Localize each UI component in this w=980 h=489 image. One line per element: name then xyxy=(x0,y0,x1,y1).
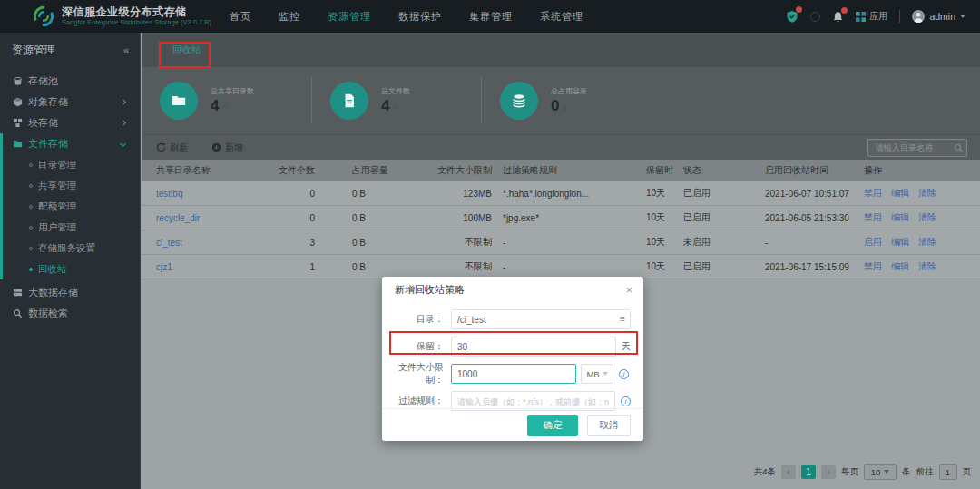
bullet-icon xyxy=(29,163,33,167)
database-icon xyxy=(500,82,538,120)
directory-field-row: 目录： ≡ xyxy=(395,309,631,329)
refresh-button[interactable]: 刷新 xyxy=(156,142,188,154)
add-recycle-policy-dialog: 新增回收站策略 × 目录： ≡ 保留： 天 文件大小限制： MB i 过滤规则：… xyxy=(382,277,643,441)
block-storage-icon xyxy=(12,118,24,128)
app-launcher[interactable]: 应用 xyxy=(856,10,887,23)
sidebar-collapse-icon[interactable]: « xyxy=(123,44,129,55)
stat-label: 总文件数 xyxy=(381,86,410,96)
notification-bell-icon[interactable] xyxy=(832,11,844,23)
cancel-button[interactable]: 取消 xyxy=(587,415,631,436)
clear-link[interactable]: 清除 xyxy=(918,187,936,200)
stats-row: 总共享目录数 4个 总文件数 4个 总占用容量 0B xyxy=(142,67,980,134)
dir-name-link[interactable]: ci_test xyxy=(156,238,274,248)
next-page-button[interactable]: › xyxy=(821,465,836,479)
page-size-select[interactable]: 10 xyxy=(864,464,897,480)
add-button[interactable]: 新增 xyxy=(211,142,243,154)
sidebar-item-object-storage[interactable]: 对象存储 xyxy=(0,92,140,112)
user-menu[interactable]: admin xyxy=(912,10,965,23)
close-icon[interactable]: × xyxy=(625,284,632,296)
sidebar-item-directory-mgmt[interactable]: 目录管理 xyxy=(3,154,140,175)
directory-input[interactable] xyxy=(451,309,631,329)
size-limit-input[interactable] xyxy=(451,364,576,384)
sidebar-item-storage-service-settings[interactable]: 存储服务设置 xyxy=(3,238,140,259)
tab-recycle-bin[interactable]: 回收站 xyxy=(160,40,214,60)
nav-item-system[interactable]: 系统管理 xyxy=(540,10,583,24)
nav-item-monitor[interactable]: 监控 xyxy=(279,10,300,24)
info-icon[interactable]: i xyxy=(619,369,629,379)
status-badge: 已启用 xyxy=(673,187,750,200)
dir-name-link[interactable]: recycle_dir xyxy=(156,213,274,223)
app-grid-icon xyxy=(856,12,866,22)
clear-link[interactable]: 清除 xyxy=(918,260,936,273)
sidebar-item-data-retrieval[interactable]: 数据检索 xyxy=(0,303,140,324)
nav-item-resource[interactable]: 资源管理 xyxy=(328,10,371,24)
product-subtitle: Sangfor Enterprise Distributed Storage (… xyxy=(62,18,211,26)
page-number-button[interactable]: 1 xyxy=(801,465,816,479)
sidebar-group-file-storage: 文件存储 目录管理 共享管理 配额管理 用户管理 存储服务设置 回收站 xyxy=(0,133,140,279)
disable-link[interactable]: 禁用 xyxy=(864,211,882,224)
stat-card-shared-dirs: 总共享目录数 4个 xyxy=(142,77,311,124)
stat-value: 4个 xyxy=(211,98,254,116)
recycle-table: 共享目录名称 文件个数 占用容量 文件大小限制 过滤策略规则 保留时间 状态 启… xyxy=(142,160,980,279)
total-count: 共4条 xyxy=(754,466,776,478)
search-input[interactable] xyxy=(874,142,955,153)
sidebar-item-block-storage[interactable]: 块存储 xyxy=(0,112,140,133)
sidebar-item-file-storage[interactable]: 文件存储 xyxy=(3,133,140,154)
chevron-right-icon xyxy=(120,120,126,126)
divider xyxy=(899,10,900,23)
nav-item-home[interactable]: 首页 xyxy=(230,10,251,24)
info-icon[interactable]: i xyxy=(621,396,631,406)
sidebar-item-quota-mgmt[interactable]: 配额管理 xyxy=(3,196,140,217)
object-storage-icon xyxy=(12,97,24,107)
product-title: 深信服企业级分布式存储 xyxy=(62,6,211,18)
bullet-icon xyxy=(29,268,33,271)
chevron-down-icon xyxy=(603,372,608,376)
stat-card-used-capacity: 总占用容量 0B xyxy=(481,77,651,124)
sidebar-item-share-mgmt[interactable]: 共享管理 xyxy=(3,175,140,196)
clear-link[interactable]: 清除 xyxy=(918,236,936,249)
table-row: cjz1 1 0 B 不限制 - 10天 已启用 2021-06-17 15:1… xyxy=(142,255,980,279)
dialog-header: 新增回收站策略 × xyxy=(382,277,643,302)
chevron-right-icon xyxy=(120,99,126,105)
dir-name-link[interactable]: cjz1 xyxy=(156,262,274,272)
goto-page-input[interactable]: 1 xyxy=(939,464,957,480)
bigdata-storage-icon xyxy=(12,288,24,298)
retain-label: 保留： xyxy=(395,340,451,353)
retain-unit: 天 xyxy=(622,340,631,353)
size-unit-select[interactable]: MB xyxy=(581,364,613,384)
notification-badge xyxy=(841,7,848,14)
nav-item-data-protection[interactable]: 数据保护 xyxy=(398,10,442,24)
storage-pool-icon xyxy=(12,76,24,86)
sangfor-logo-icon xyxy=(33,5,54,27)
file-storage-icon xyxy=(12,139,24,149)
status-badge: 已启用 xyxy=(673,260,750,273)
sidebar-item-user-mgmt[interactable]: 用户管理 xyxy=(3,217,140,238)
refresh-icon xyxy=(156,142,166,152)
sidebar-item-storage-pool[interactable]: 存储池 xyxy=(0,71,140,92)
security-shield-icon[interactable] xyxy=(786,10,799,23)
nav-item-cluster[interactable]: 集群管理 xyxy=(469,10,513,24)
clear-link[interactable]: 清除 xyxy=(918,211,936,224)
search-icon[interactable] xyxy=(955,144,961,151)
retain-days-input[interactable] xyxy=(451,337,616,357)
status-circle-icon[interactable] xyxy=(810,12,820,22)
sidebar-item-recycle-bin[interactable]: 回收站 xyxy=(3,259,140,279)
prev-page-button[interactable]: ‹ xyxy=(781,465,796,479)
disable-link[interactable]: 禁用 xyxy=(864,187,882,200)
username: admin xyxy=(929,11,956,22)
edit-link[interactable]: 编辑 xyxy=(891,236,909,249)
edit-link[interactable]: 编辑 xyxy=(891,260,909,273)
stat-label: 总占用容量 xyxy=(551,86,587,96)
top-navbar: 深信服企业级分布式存储 Sangfor Enterprise Distribut… xyxy=(0,0,980,33)
dir-name-link[interactable]: testlbq xyxy=(156,189,274,199)
sidebar-item-bigdata-storage[interactable]: 大数据存储 xyxy=(0,282,140,303)
edit-link[interactable]: 编辑 xyxy=(891,187,909,200)
confirm-button[interactable]: 确定 xyxy=(527,415,578,436)
edit-link[interactable]: 编辑 xyxy=(891,211,909,224)
table-header: 共享目录名称 文件个数 占用容量 文件大小限制 过滤策略规则 保留时间 状态 启… xyxy=(142,160,980,181)
status-badge: 已启用 xyxy=(673,211,750,224)
disable-link[interactable]: 禁用 xyxy=(864,260,882,273)
browse-list-icon[interactable]: ≡ xyxy=(620,313,625,324)
bullet-icon xyxy=(29,247,33,250)
enable-link[interactable]: 启用 xyxy=(864,236,882,249)
